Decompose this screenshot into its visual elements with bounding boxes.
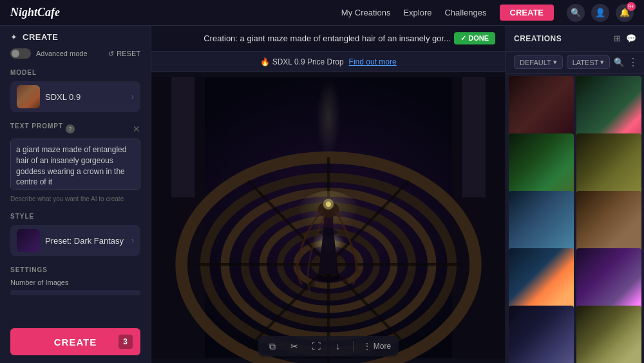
style-left: Preset: Dark Fantasy (17, 229, 124, 252)
sidebar-settings-row: Advanced mode ↺ RESET (0, 46, 151, 64)
nav-my-creations[interactable]: My Creations (341, 8, 391, 17)
gallery-item[interactable] (509, 133, 574, 199)
price-drop-bar: 🔥 SDXL 0.9 Price Drop Find out more (151, 52, 506, 72)
find-out-more-link[interactable]: Find out more (349, 57, 397, 66)
main-content: ✦ CREATE Advanced mode ↺ RESET MODEL (0, 26, 644, 363)
create-button-label: CREATE (54, 337, 97, 348)
svg-point-29 (308, 281, 315, 288)
done-badge: ✓ DONE (454, 32, 495, 44)
notification-badge: 9+ (627, 2, 636, 11)
style-selector[interactable]: Preset: Dark Fantasy › (10, 225, 140, 256)
model-left: SDXL 0.9 (17, 85, 80, 108)
gallery-item[interactable] (509, 76, 574, 141)
nav-create-button[interactable]: CREATE (500, 5, 554, 21)
chevron-right-icon: › (131, 92, 134, 101)
nav-challenges[interactable]: Challenges (444, 8, 486, 17)
main-image-area: ⧉ ✂ ⛶ ↓ ⋮ More (151, 72, 506, 363)
gallery-item[interactable] (509, 306, 574, 363)
sidebar-header: ✦ CREATE (0, 26, 151, 46)
toggle-knob (12, 50, 19, 57)
fullscreen-icon[interactable]: ⛶ (310, 340, 323, 353)
right-panel: CREATIONS ⊞ 💬 DEFAULT ▾ LATEST ▾ 🔍 ⋮ (506, 26, 644, 363)
nav-explore[interactable]: Explore (403, 8, 431, 17)
num-images-label: Number of Images (10, 279, 140, 286)
svg-rect-3 (171, 77, 194, 198)
reset-button[interactable]: ↺ RESET (108, 50, 140, 58)
chat-bubble-icon[interactable]: 💬 (626, 34, 636, 43)
filter-default-chevron: ▾ (553, 58, 557, 66)
filter-latest-btn[interactable]: LATEST ▾ (567, 55, 611, 69)
image-toolbar: ⧉ ✂ ⛶ ↓ ⋮ More (258, 336, 399, 357)
left-sidebar: ✦ CREATE Advanced mode ↺ RESET MODEL (0, 26, 151, 363)
create-icon: ✦ (10, 32, 17, 42)
filter-default-btn[interactable]: DEFAULT ▾ (514, 55, 563, 69)
gallery-menu-icon[interactable]: ⋮ (628, 56, 638, 68)
filter-latest-label: LATEST (573, 59, 599, 66)
app-logo: NightCafe (10, 6, 60, 19)
gallery-search-icon[interactable]: 🔍 (614, 57, 624, 67)
crop-icon[interactable]: ✂ (288, 340, 301, 353)
clear-prompt-icon[interactable]: ✕ (133, 124, 140, 134)
model-section-label: MODEL (10, 69, 140, 76)
model-thumb-img (17, 85, 40, 108)
advanced-mode-toggle[interactable] (10, 48, 31, 59)
copy-icon[interactable]: ⧉ (266, 340, 279, 353)
right-panel-title: CREATIONS (514, 34, 562, 43)
style-section-label: STYLE (10, 213, 140, 220)
gallery-item[interactable] (576, 191, 641, 256)
create-button[interactable]: CREATE 3 (10, 328, 140, 355)
reset-icon: ↺ (108, 50, 114, 58)
model-name: SDXL 0.9 (45, 92, 80, 102)
settings-section: SETTINGS Number of Images (0, 261, 151, 300)
text-prompt-header: TEXT PROMPT ? ✕ (10, 123, 140, 135)
svg-point-27 (296, 265, 301, 270)
price-drop-text: 🔥 SDXL 0.9 Price Drop (260, 57, 343, 66)
create-count-badge: 3 (118, 335, 133, 349)
style-thumbnail (17, 229, 40, 252)
reset-label: RESET (117, 50, 140, 57)
toolbar-divider (354, 341, 354, 351)
settings-section-label: SETTINGS (10, 266, 140, 273)
sidebar-title: CREATE (23, 32, 58, 42)
text-prompt-label: TEXT PROMPT (10, 123, 63, 130)
gallery-grid-icon[interactable]: ⊞ (614, 34, 621, 43)
num-images-slider[interactable] (10, 290, 140, 295)
svg-rect-4 (462, 77, 486, 198)
model-thumbnail (17, 85, 40, 108)
model-section: MODEL SDXL 0.9 › (0, 64, 151, 117)
filter-latest-chevron: ▾ (600, 58, 604, 66)
gallery-item[interactable] (576, 306, 641, 363)
gallery-item[interactable] (576, 248, 641, 313)
notifications-icon[interactable]: 🔔 9+ (616, 4, 634, 22)
help-icon[interactable]: ? (66, 124, 75, 133)
gallery-grid (506, 74, 644, 363)
style-section: STYLE Preset: Dark Fantasy › (0, 208, 151, 261)
filter-row: DEFAULT ▾ LATEST ▾ 🔍 ⋮ (506, 52, 644, 74)
search-icon[interactable]: 🔍 (567, 4, 585, 22)
svg-point-25 (326, 202, 331, 207)
gallery-item[interactable] (576, 133, 641, 199)
prompt-hint: Describe what you want the AI to create (10, 195, 140, 202)
right-panel-header: CREATIONS ⊞ 💬 (506, 26, 644, 52)
center-header: Creation: a giant maze made of entangled… (151, 26, 506, 52)
more-button[interactable]: ⋮ More (363, 342, 391, 351)
creation-title: Creation: a giant maze made of entangled… (200, 34, 454, 43)
user-avatar[interactable]: 👤 (591, 4, 609, 22)
advanced-mode-row: Advanced mode (10, 48, 88, 59)
prompt-textarea[interactable]: a giant maze made of entangled hair of a… (10, 139, 140, 190)
gallery-item[interactable] (509, 191, 574, 256)
advanced-mode-label: Advanced mode (36, 50, 88, 57)
svg-point-28 (357, 269, 361, 273)
download-icon[interactable]: ↓ (332, 340, 345, 353)
maze-illustration (151, 72, 506, 363)
right-header-icons: ⊞ 💬 (614, 34, 636, 43)
filter-default-label: DEFAULT (520, 59, 551, 66)
style-chevron-right-icon: › (131, 236, 134, 245)
gallery-item[interactable] (576, 76, 641, 141)
gallery-item[interactable] (509, 248, 574, 313)
svg-point-26 (316, 274, 340, 282)
nav-right: My Creations Explore Challenges CREATE 🔍… (341, 4, 634, 22)
model-selector[interactable]: SDXL 0.9 › (10, 81, 140, 112)
svg-point-30 (343, 279, 348, 284)
style-name: Preset: Dark Fantasy (45, 236, 124, 246)
